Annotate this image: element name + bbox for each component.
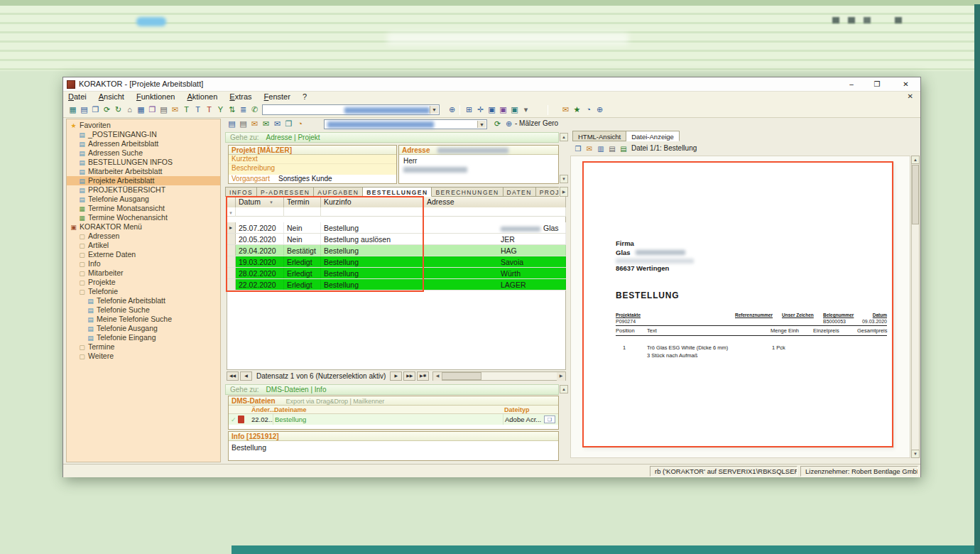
favorite-icon[interactable]: ★ (572, 104, 582, 115)
nav-next-button[interactable]: ▶ (390, 371, 402, 381)
tree-item[interactable]: Telefonie Ausgang (67, 324, 220, 333)
nav-first-button[interactable]: ◀◀ (227, 371, 239, 381)
nav-last-button[interactable]: ▶▶ (403, 371, 415, 381)
filter-icon[interactable] (227, 207, 236, 217)
export-icon[interactable]: ❐ (573, 143, 583, 154)
header-termin[interactable]: Termin (284, 197, 321, 207)
close-button[interactable]: ✕ (891, 77, 921, 91)
home-icon[interactable]: ⌂ (124, 104, 135, 115)
sync-icon[interactable]: ↻ (113, 104, 124, 115)
refresh-icon[interactable]: ⟳ (102, 104, 112, 115)
document-close-button[interactable]: ✕ (908, 92, 913, 100)
tab[interactable]: BERECHNUNGEN (432, 187, 503, 197)
row-selector[interactable] (227, 245, 236, 256)
cascade-windows-icon[interactable]: ❐ (147, 104, 158, 115)
filter-cell[interactable] (321, 207, 424, 217)
open-icon[interactable]: ❐ (90, 104, 101, 115)
header-kurzinfo[interactable]: Kurzinfo (321, 197, 424, 207)
zoom-window-icon[interactable]: ⊞ (464, 104, 474, 115)
dms-header-dateityp[interactable]: Dateityp (503, 406, 558, 413)
dms-header-dateiname[interactable]: Dateiname (273, 406, 503, 413)
table-row[interactable]: 19.03.2020 Erledigt Bestellung Savoia (227, 256, 566, 268)
menu-item[interactable]: Fenster (259, 92, 295, 103)
tree-item[interactable]: Info (67, 259, 220, 268)
scroll-up-button[interactable] (911, 156, 920, 164)
mail-icon[interactable]: ✉ (584, 143, 594, 154)
tree-item[interactable]: Favoriten (67, 121, 220, 130)
print-icon[interactable]: ▤ (238, 119, 249, 129)
send-mail-icon[interactable]: ✉ (560, 104, 571, 115)
table-view-icon[interactable]: ▦ (136, 104, 146, 115)
menu-item[interactable]: Aktionen (182, 92, 222, 103)
kurztext-row[interactable]: Kurztext (229, 155, 396, 163)
filter-new-icon[interactable]: T (181, 104, 192, 115)
tree-item[interactable]: Termine Wochenansicht (67, 213, 220, 222)
menu-item[interactable]: Datei (63, 92, 92, 103)
quick-search-combobox[interactable]: ▼ (262, 104, 440, 115)
beschreibung-row[interactable]: Beschreibung (229, 163, 396, 175)
tree-item[interactable]: Telefonie Suche (67, 305, 220, 315)
sort-icon[interactable]: ⇅ (227, 104, 237, 115)
mail-icon[interactable]: ✉ (170, 104, 180, 115)
mail-new-icon[interactable]: ✉ (249, 119, 260, 129)
tree-item[interactable]: Artikel (67, 241, 220, 250)
chevron-down-icon[interactable]: ▼ (430, 106, 438, 114)
menu-item[interactable]: ? (298, 92, 312, 103)
menu-item[interactable]: Ansicht (94, 92, 129, 103)
tab[interactable]: AUFGABEN (314, 187, 363, 197)
nav-prev-button[interactable]: ◀ (240, 371, 252, 381)
nav-new-button[interactable]: ▶✱ (417, 371, 429, 381)
table-row[interactable]: 29.04.2020 Bestätigt Bestellung HAG (227, 245, 566, 256)
scrollbar-thumb[interactable] (912, 165, 919, 224)
dms-browse-button[interactable] (544, 416, 555, 423)
tree-item[interactable]: Telefonie Ausgang (67, 195, 220, 204)
horizontal-scrollbar[interactable] (432, 371, 566, 381)
row-selector[interactable] (227, 279, 236, 290)
tree-item[interactable]: Projekte Arbeitsblatt (67, 176, 220, 185)
tab-datei-anzeige[interactable]: Datei-Anzeige (626, 131, 680, 141)
tab[interactable]: PROJEKTAB (536, 187, 559, 197)
row-selector[interactable] (227, 222, 236, 233)
crosshair-icon[interactable]: ✛ (475, 104, 486, 115)
scroll-right-button[interactable] (557, 372, 565, 381)
scroll-up-button[interactable] (560, 133, 568, 141)
refresh-icon[interactable]: ⟳ (492, 119, 503, 129)
workspace-icon[interactable]: ▦ (67, 104, 78, 115)
clock-icon[interactable]: ◔ (583, 104, 594, 115)
project-selector-combobox[interactable]: ▼ (324, 119, 487, 129)
new-document-icon[interactable]: ▤ (79, 104, 89, 115)
mail-forward-icon[interactable]: ✉ (272, 119, 283, 129)
table-row[interactable]: 20.05.2020 Nein Bestellung auslösen JER (227, 234, 566, 245)
row-selector[interactable] (227, 268, 236, 278)
titlebar[interactable]: KORAKTOR - [Projekte Arbeitsblatt] – ❐ ✕ (63, 77, 920, 92)
tree-item[interactable]: _POSTEINGANG-IN (67, 130, 220, 139)
mail-reply-icon[interactable]: ✉ (261, 119, 271, 129)
row-selector[interactable] (227, 234, 236, 244)
locate-icon[interactable]: ⊕ (503, 119, 514, 129)
header-adresse[interactable]: Adresse (424, 197, 566, 207)
file-info-icon[interactable]: ▤ (619, 143, 628, 154)
tab[interactable]: BESTELLUNGEN (363, 187, 432, 197)
filter-cell[interactable] (284, 207, 321, 217)
view-dropdown-icon[interactable]: ▾ (521, 104, 531, 115)
tree-item[interactable]: Adressen Suche (67, 148, 220, 158)
tree-item[interactable]: Telefonie (67, 287, 220, 296)
tree-item[interactable]: Meine Telefonie Suche (67, 315, 220, 324)
tree-item[interactable]: Mitarbeiter (67, 268, 220, 278)
dms-header-aenderung[interactable]: Änder... (251, 406, 273, 413)
tree-item[interactable]: Telefonie Arbeitsblatt (67, 296, 220, 305)
tab[interactable]: DATEN (503, 187, 536, 197)
print-icon[interactable]: ▤ (158, 104, 169, 115)
table-row[interactable]: 25.07.2020 Nein Bestellung Glas (227, 222, 566, 234)
maximize-button[interactable]: ❐ (865, 77, 889, 91)
tabs-scroll-right-button[interactable] (560, 187, 568, 197)
dms-file-row[interactable]: 22.02.... Bestellung Ad​obe Acr... (229, 414, 558, 425)
chevron-down-icon[interactable]: ▼ (477, 121, 486, 128)
save-icon[interactable]: ▥ (596, 143, 606, 154)
tree-item[interactable]: Termine (67, 342, 220, 352)
detail-view-icon[interactable]: ▣ (486, 104, 497, 115)
scroll-up-button[interactable] (560, 385, 568, 393)
goto-links-adresse-projekt[interactable]: Adresse | Projekt (266, 134, 320, 141)
info-panel-text[interactable]: Bestellung (229, 441, 558, 454)
table-row[interactable]: 28.02.2020 Erledigt Bestellung Würth (227, 268, 566, 279)
